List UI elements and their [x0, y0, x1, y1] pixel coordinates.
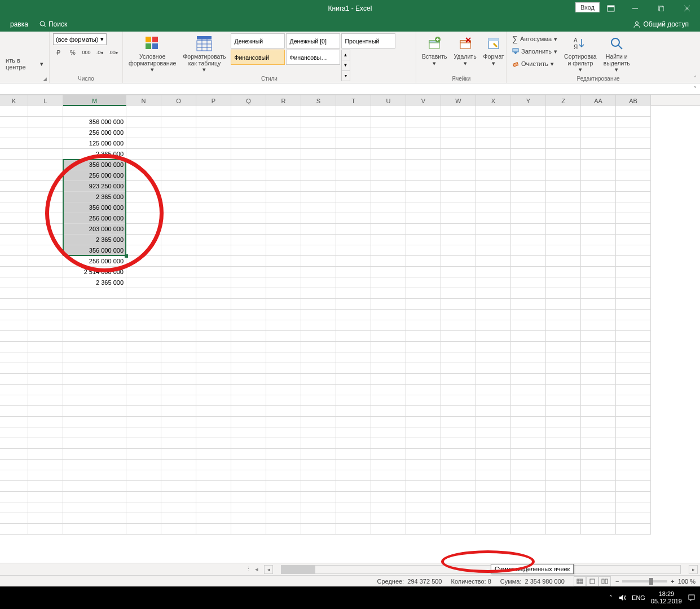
cell-M31[interactable]	[63, 427, 126, 438]
cell-X10[interactable]	[476, 202, 511, 213]
cell-R16[interactable]	[266, 267, 301, 277]
cell-V16[interactable]	[406, 267, 441, 277]
cell-X27[interactable]	[476, 385, 511, 395]
format-as-table-button[interactable]: Форматировать как таблицу ▾	[180, 33, 228, 74]
cell-P5[interactable]	[196, 149, 231, 160]
cell-T18[interactable]	[336, 288, 371, 299]
cell-T35[interactable]	[336, 470, 371, 481]
sort-filter-button[interactable]: АЯ Сортировка и фильтр▾	[562, 33, 599, 74]
cell-W30[interactable]	[441, 417, 476, 427]
cell-Q18[interactable]	[231, 288, 266, 299]
cell-M39[interactable]	[63, 513, 126, 524]
cell-M24[interactable]	[63, 352, 126, 363]
zoom-thumb[interactable]	[649, 578, 653, 585]
volume-icon[interactable]	[618, 594, 626, 602]
cell-AB23[interactable]	[616, 342, 651, 352]
cell-P16[interactable]	[196, 267, 231, 277]
cell-P11[interactable]	[196, 213, 231, 224]
cell-AA29[interactable]	[581, 406, 616, 417]
cell-Y38[interactable]	[511, 502, 546, 513]
cell-V35[interactable]	[406, 470, 441, 481]
cell-T22[interactable]	[336, 331, 371, 342]
cell-S27[interactable]	[301, 385, 336, 395]
conditional-formatting-button[interactable]: Условное форматирование ▾	[126, 33, 178, 74]
cell-V29[interactable]	[406, 406, 441, 417]
cell-AA16[interactable]	[581, 267, 616, 277]
cell-L16[interactable]	[28, 267, 63, 277]
cell-T37[interactable]	[336, 492, 371, 502]
cell-O40[interactable]	[161, 524, 196, 535]
cell-N24[interactable]	[126, 352, 161, 363]
cell-Z27[interactable]	[546, 385, 581, 395]
cell-O20[interactable]	[161, 310, 196, 320]
cell-Q17[interactable]	[231, 277, 266, 288]
cell-W13[interactable]	[441, 235, 476, 245]
cell-R25[interactable]	[266, 363, 301, 374]
cell-K17[interactable]	[0, 277, 28, 288]
cell-AB30[interactable]	[616, 417, 651, 427]
cell-Y11[interactable]	[511, 213, 546, 224]
cell-P12[interactable]	[196, 224, 231, 235]
cell-O7[interactable]	[161, 170, 196, 181]
cell-AA12[interactable]	[581, 224, 616, 235]
cell-AB17[interactable]	[616, 277, 651, 288]
cell-AB9[interactable]	[616, 192, 651, 202]
cell-T11[interactable]	[336, 213, 371, 224]
cell-Y15[interactable]	[511, 256, 546, 267]
cell-O23[interactable]	[161, 342, 196, 352]
cell-Q12[interactable]	[231, 224, 266, 235]
cell-S40[interactable]	[301, 524, 336, 535]
cell-X5[interactable]	[476, 149, 511, 160]
cell-U38[interactable]	[371, 502, 406, 513]
cell-O35[interactable]	[161, 470, 196, 481]
cell-K30[interactable]	[0, 417, 28, 427]
cell-N3[interactable]	[126, 127, 161, 138]
cell-U19[interactable]	[371, 299, 406, 310]
cell-S26[interactable]	[301, 374, 336, 385]
insert-button[interactable]: Вставить▾	[420, 33, 450, 68]
cell-U1[interactable]	[371, 106, 406, 117]
zoom-in-button[interactable]: +	[671, 578, 674, 585]
cell-M9[interactable]: 2 365 000	[63, 192, 126, 202]
cell-V36[interactable]	[406, 481, 441, 492]
cell-X19[interactable]	[476, 299, 511, 310]
cell-N19[interactable]	[126, 299, 161, 310]
cell-V26[interactable]	[406, 374, 441, 385]
cell-Q26[interactable]	[231, 374, 266, 385]
cell-M5[interactable]: 2 365 000	[63, 149, 126, 160]
column-header-K[interactable]: K	[0, 95, 28, 106]
cell-R36[interactable]	[266, 481, 301, 492]
cell-W24[interactable]	[441, 352, 476, 363]
cell-O16[interactable]	[161, 267, 196, 277]
cell-O9[interactable]	[161, 192, 196, 202]
cell-V15[interactable]	[406, 256, 441, 267]
cell-Q36[interactable]	[231, 481, 266, 492]
cell-L18[interactable]	[28, 288, 63, 299]
cell-AA36[interactable]	[581, 481, 616, 492]
cell-Y25[interactable]	[511, 363, 546, 374]
cell-W40[interactable]	[441, 524, 476, 535]
cell-R35[interactable]	[266, 470, 301, 481]
cell-U34[interactable]	[371, 460, 406, 470]
cell-T39[interactable]	[336, 513, 371, 524]
cell-R30[interactable]	[266, 417, 301, 427]
cell-M21[interactable]	[63, 320, 126, 331]
cell-N18[interactable]	[126, 288, 161, 299]
cell-K8[interactable]	[0, 181, 28, 192]
cell-V18[interactable]	[406, 288, 441, 299]
cell-S5[interactable]	[301, 149, 336, 160]
cell-T34[interactable]	[336, 460, 371, 470]
cell-Y35[interactable]	[511, 470, 546, 481]
cell-Y32[interactable]	[511, 438, 546, 449]
cell-N40[interactable]	[126, 524, 161, 535]
cell-X1[interactable]	[476, 106, 511, 117]
cell-X12[interactable]	[476, 224, 511, 235]
cell-L29[interactable]	[28, 406, 63, 417]
cell-Y23[interactable]	[511, 342, 546, 352]
cell-P25[interactable]	[196, 363, 231, 374]
cell-AA11[interactable]	[581, 213, 616, 224]
cell-V34[interactable]	[406, 460, 441, 470]
cell-T5[interactable]	[336, 149, 371, 160]
cell-W31[interactable]	[441, 427, 476, 438]
cell-R5[interactable]	[266, 149, 301, 160]
